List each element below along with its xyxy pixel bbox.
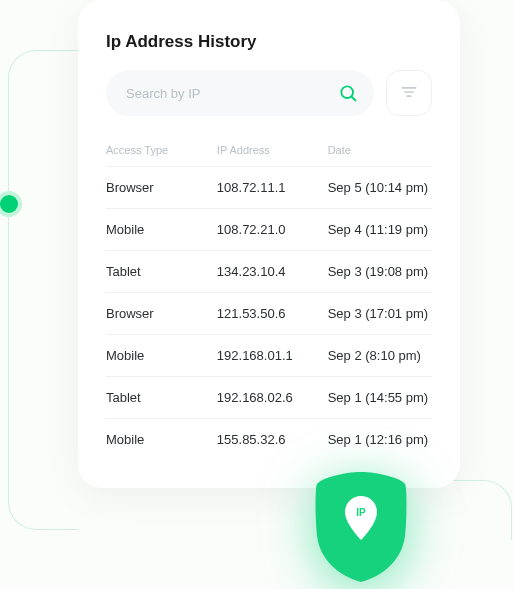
table-row[interactable]: Mobile192.168.01.1Sep 2 (8:10 pm) [106,334,432,376]
decorative-line-left [8,50,78,530]
filter-icon [399,82,419,105]
decorative-node-dot [0,195,18,213]
cell-date: Sep 4 (11:19 pm) [328,222,432,237]
table-row[interactable]: Tablet134.23.10.4Sep 3 (19:08 pm) [106,250,432,292]
ip-shield-badge: IP [305,468,417,584]
column-header-access-type: Access Type [106,144,217,156]
cell-access-type: Tablet [106,390,217,405]
table-row[interactable]: Mobile155.85.32.6Sep 1 (12:16 pm) [106,418,432,460]
cell-ip-address: 192.168.02.6 [217,390,328,405]
ip-history-table: Access Type IP Address Date Browser108.7… [106,138,432,460]
cell-access-type: Browser [106,180,217,195]
cell-date: Sep 1 (14:55 pm) [328,390,432,405]
badge-label: IP [356,507,366,518]
cell-ip-address: 108.72.21.0 [217,222,328,237]
table-body: Browser108.72.11.1Sep 5 (10:14 pm)Mobile… [106,166,432,460]
search-row [106,70,432,116]
table-row[interactable]: Browser108.72.11.1Sep 5 (10:14 pm) [106,166,432,208]
column-header-ip-address: IP Address [217,144,328,156]
cell-date: Sep 1 (12:16 pm) [328,432,432,447]
cell-access-type: Mobile [106,222,217,237]
filter-button[interactable] [386,70,432,116]
search-icon[interactable] [338,83,358,103]
table-row[interactable]: Mobile108.72.21.0Sep 4 (11:19 pm) [106,208,432,250]
search-box[interactable] [106,70,374,116]
column-header-date: Date [328,144,432,156]
card-title: Ip Address History [106,32,432,52]
cell-access-type: Mobile [106,348,217,363]
cell-date: Sep 3 (19:08 pm) [328,264,432,279]
cell-ip-address: 155.85.32.6 [217,432,328,447]
cell-access-type: Browser [106,306,217,321]
ip-history-card: Ip Address History Access Type [78,0,460,488]
table-header: Access Type IP Address Date [106,138,432,166]
cell-ip-address: 192.168.01.1 [217,348,328,363]
table-row[interactable]: Tablet192.168.02.6Sep 1 (14:55 pm) [106,376,432,418]
svg-line-1 [352,97,356,101]
cell-access-type: Mobile [106,432,217,447]
cell-date: Sep 3 (17:01 pm) [328,306,432,321]
decorative-line-right [402,480,512,540]
search-input[interactable] [126,86,338,101]
cell-ip-address: 121.53.50.6 [217,306,328,321]
cell-date: Sep 2 (8:10 pm) [328,348,432,363]
cell-access-type: Tablet [106,264,217,279]
table-row[interactable]: Browser121.53.50.6Sep 3 (17:01 pm) [106,292,432,334]
cell-ip-address: 134.23.10.4 [217,264,328,279]
cell-ip-address: 108.72.11.1 [217,180,328,195]
cell-date: Sep 5 (10:14 pm) [328,180,432,195]
